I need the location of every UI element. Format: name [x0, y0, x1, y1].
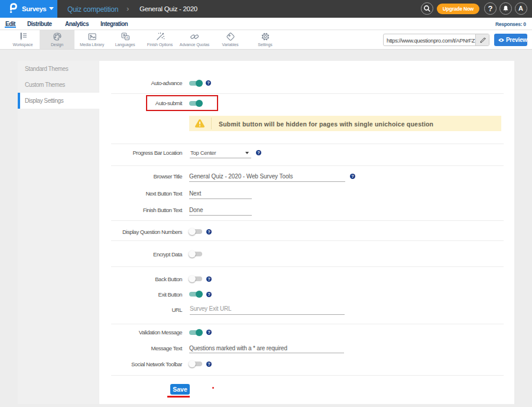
- svg-text:A: A: [126, 36, 128, 40]
